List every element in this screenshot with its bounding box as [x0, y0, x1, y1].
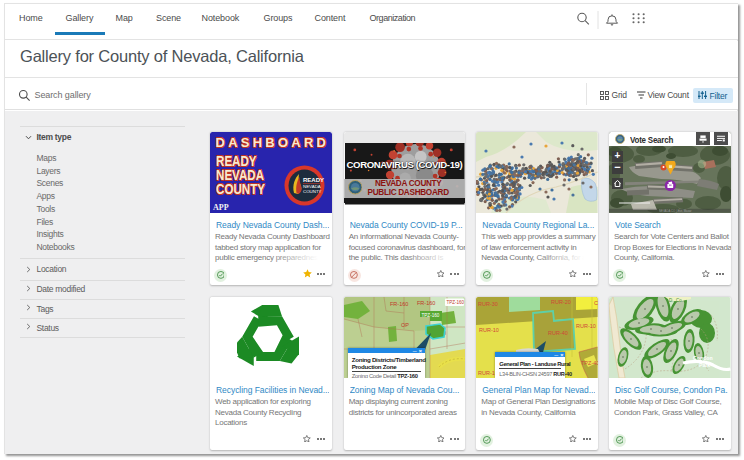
svg-text:OP: OP [401, 322, 409, 328]
svg-text:TPZ-160: TPZ-160 [421, 312, 439, 317]
svg-text:RUR-40: RUR-40 [548, 330, 568, 336]
svg-text:C: C [594, 300, 598, 306]
svg-text:READY: READY [303, 177, 324, 183]
svg-text:FR-160: FR-160 [390, 301, 408, 307]
svg-text:TPZ-40: TPZ-40 [581, 360, 598, 366]
svg-text:RUR-30: RUR-30 [478, 301, 498, 307]
svg-text:FR-160: FR-160 [417, 299, 435, 305]
svg-text:Condon: Condon [693, 355, 713, 361]
svg-text:RUR-10: RUR-10 [576, 323, 596, 329]
svg-text:NEVADA CO | Esri, Maxar: NEVADA CO | Esri, Maxar [659, 209, 692, 213]
svg-text:RUR-20: RUR-20 [551, 299, 571, 305]
svg-text:D.. Co..: D.. Co.. [669, 297, 684, 302]
svg-text:RUR-10: RUR-10 [479, 327, 499, 333]
svg-text:Park: Park [699, 362, 710, 368]
svg-text:TPZ-160: TPZ-160 [446, 300, 464, 305]
svg-text:COUNTY: COUNTY [303, 189, 322, 194]
